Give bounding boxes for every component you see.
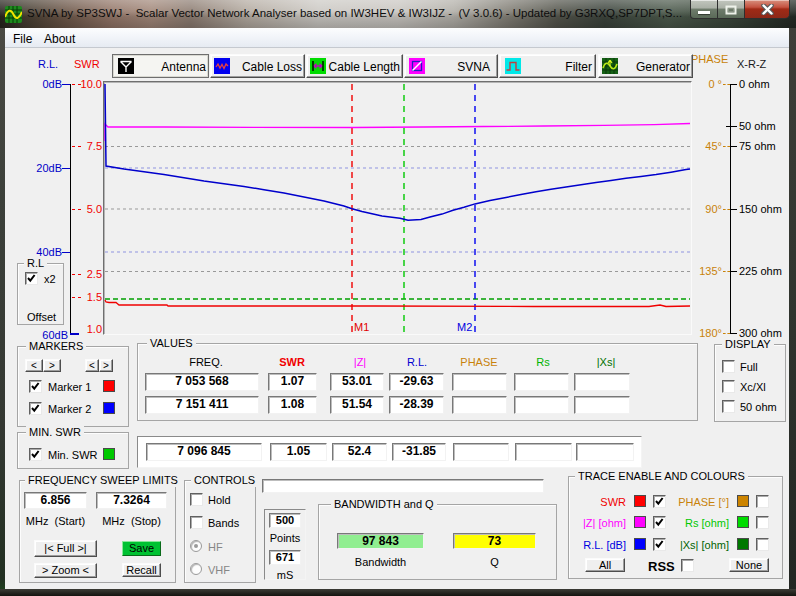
svg-text:M2: M2 xyxy=(457,321,472,333)
svg-text:M1: M1 xyxy=(354,321,369,333)
